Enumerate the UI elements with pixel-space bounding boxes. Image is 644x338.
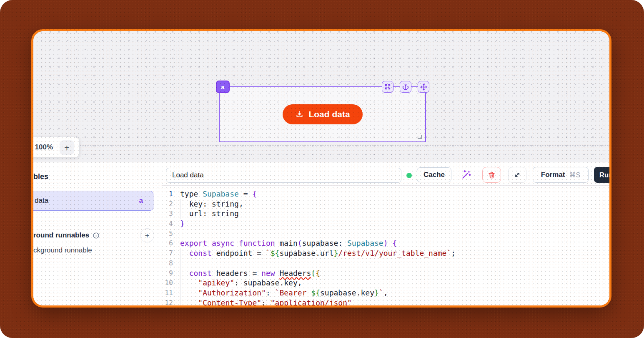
bottom-panels: bles data a round runnables + ckground r… bbox=[33, 162, 609, 305]
expand-component-button[interactable] bbox=[382, 81, 393, 93]
code-text: url: string bbox=[180, 209, 239, 219]
runnable-item-label: data bbox=[35, 197, 48, 205]
anchor-component-button[interactable] bbox=[400, 81, 411, 93]
indent-guide bbox=[180, 199, 181, 219]
info-icon[interactable] bbox=[93, 232, 100, 239]
run-button[interactable]: Run bbox=[594, 167, 609, 183]
code-line[interactable]: 9 const headers = new Headers({ bbox=[162, 268, 609, 278]
cache-button[interactable]: Cache bbox=[417, 167, 451, 182]
line-number: 9 bbox=[162, 268, 173, 278]
code-line[interactable]: 10 "apikey": supabase.key, bbox=[162, 278, 609, 288]
load-data-label: Load data bbox=[308, 109, 350, 119]
desktop-background: a bbox=[0, 0, 644, 338]
move-icon bbox=[420, 83, 427, 91]
zoom-level: 100% bbox=[35, 143, 53, 151]
app-window: a bbox=[31, 29, 611, 308]
line-number: 3 bbox=[162, 209, 173, 219]
runnables-panel: bles data a round runnables + ckground r… bbox=[33, 162, 162, 305]
status-dot bbox=[406, 173, 412, 178]
add-background-runnable-button[interactable]: + bbox=[140, 228, 154, 242]
line-number: 10 bbox=[162, 278, 173, 288]
line-number: 4 bbox=[162, 219, 173, 229]
component-badge: a bbox=[139, 197, 143, 205]
maximize-icon bbox=[384, 83, 391, 90]
background-runnables-section: round runnables + bbox=[33, 228, 162, 243]
format-label: Format bbox=[541, 171, 565, 179]
line-number: 11 bbox=[162, 288, 173, 298]
ai-wand-button[interactable] bbox=[460, 168, 473, 181]
line-number: 7 bbox=[162, 248, 173, 258]
code-line[interactable]: 7 const endpoint = `${supabase.url}/rest… bbox=[162, 248, 609, 258]
trash-icon bbox=[488, 171, 496, 179]
code-line[interactable]: 4} bbox=[162, 219, 609, 229]
line-number: 8 bbox=[162, 258, 173, 268]
load-data-button[interactable]: Load data bbox=[283, 104, 363, 124]
code-text: "Content-Type": "application/json" bbox=[180, 298, 352, 305]
code-editor[interactable]: 1type Supabase = {2 key: string,3 url: s… bbox=[162, 186, 609, 305]
code-line[interactable]: 3 url: string bbox=[162, 209, 609, 219]
magic-wand-icon bbox=[461, 169, 472, 180]
canvas-page-boundary bbox=[33, 145, 609, 146]
indent-guide bbox=[180, 248, 181, 305]
line-number: 1 bbox=[162, 189, 173, 199]
code-text: "apikey": supabase.key, bbox=[180, 278, 302, 288]
zoom-in-button[interactable]: + bbox=[60, 140, 74, 155]
code-line[interactable]: 11 "Authorization": `Bearer ${supabase.k… bbox=[162, 288, 609, 298]
runnable-item-selected[interactable]: data a bbox=[33, 191, 153, 211]
download-icon bbox=[295, 110, 304, 119]
component-id-tag: a bbox=[216, 81, 230, 93]
move-component-button[interactable] bbox=[418, 81, 429, 93]
code-lines: 1type Supabase = {2 key: string,3 url: s… bbox=[162, 189, 609, 305]
code-text: export async function main(supabase: Sup… bbox=[180, 238, 397, 248]
code-text: "Authorization": `Bearer ${supabase.key}… bbox=[180, 288, 388, 298]
expand-editor-button[interactable] bbox=[508, 167, 526, 183]
resize-handle[interactable] bbox=[418, 135, 422, 139]
anchor-icon bbox=[402, 83, 409, 90]
code-line[interactable]: 6export async function main(supabase: Su… bbox=[162, 238, 609, 248]
code-text: } bbox=[180, 219, 185, 229]
code-line[interactable]: 5 bbox=[162, 229, 609, 239]
app-canvas[interactable]: a bbox=[33, 31, 609, 162]
expand-diagonal-icon bbox=[514, 171, 521, 179]
delete-button[interactable] bbox=[482, 167, 501, 183]
zoom-control: 100% + bbox=[31, 137, 79, 157]
line-number: 2 bbox=[162, 199, 173, 209]
code-line[interactable]: 12 "Content-Type": "application/json" bbox=[162, 298, 609, 305]
background-runnable-item[interactable]: ckground runnable bbox=[33, 246, 92, 255]
runnables-title: bles bbox=[33, 172, 48, 181]
code-panel: Cache bbox=[162, 162, 609, 305]
code-line[interactable]: 8 bbox=[162, 258, 609, 268]
line-number: 12 bbox=[162, 298, 173, 305]
runnable-name-input[interactable] bbox=[166, 168, 401, 183]
code-line[interactable]: 2 key: string, bbox=[162, 199, 609, 209]
code-line[interactable]: 1type Supabase = { bbox=[162, 189, 609, 199]
selected-button-component[interactable]: a bbox=[219, 86, 426, 142]
format-shortcut: ⌘S bbox=[569, 171, 580, 179]
code-text: const headers = new Headers({ bbox=[180, 268, 320, 278]
code-text: const endpoint = `${supabase.url}/rest/v… bbox=[180, 248, 456, 258]
format-button[interactable]: Format ⌘S bbox=[533, 167, 589, 183]
line-number: 6 bbox=[162, 238, 173, 248]
code-text: key: string, bbox=[180, 199, 243, 209]
code-toolbar: Cache bbox=[162, 162, 609, 186]
background-runnables-title: round runnables bbox=[33, 231, 89, 240]
code-text: type Supabase = { bbox=[180, 189, 257, 199]
line-number: 5 bbox=[162, 229, 173, 239]
